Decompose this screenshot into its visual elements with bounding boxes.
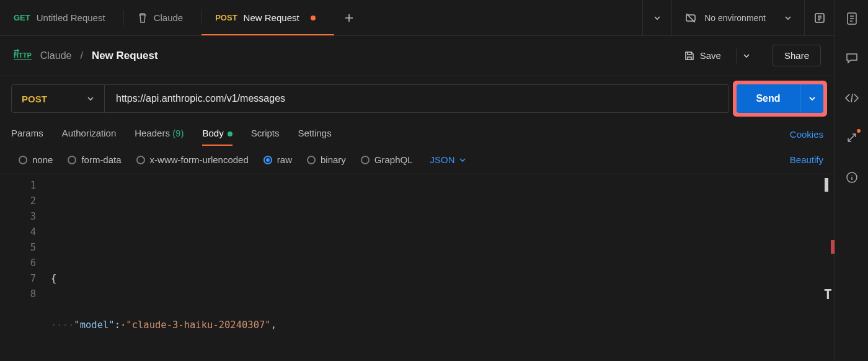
tab-claude[interactable]: Claude [124,0,202,35]
trash-icon [138,12,148,24]
cookies-link[interactable]: Cookies [790,129,823,140]
save-button[interactable]: Save [678,47,727,65]
radio-urlencoded[interactable]: x-www-form-urlencoded [136,154,249,165]
documentation-icon[interactable] [844,11,859,26]
tab-new-request[interactable]: POST New Request [202,0,334,35]
tab-settings[interactable]: Settings [298,123,332,146]
tab-untitled-request[interactable]: GET Untitled Request [0,0,124,35]
environment-selector[interactable]: No environment [672,0,805,35]
cursor-icon [825,178,828,192]
breadcrumb-name[interactable]: New Request [92,50,158,62]
tab-scripts[interactable]: Scripts [251,123,280,146]
send-label: Send [737,93,800,104]
radio-binary[interactable]: binary [307,154,346,165]
send-options-button[interactable] [800,84,823,113]
unsaved-dot-icon [311,16,316,20]
body-label: Body [202,128,223,138]
radio-icon [136,156,145,164]
body-has-content-icon [228,131,232,136]
url-row: POST Send [0,76,835,117]
radio-form-data[interactable]: form-data [68,154,121,165]
body-type-row: none form-data x-www-form-urlencoded raw… [0,146,835,174]
radio-icon [68,156,76,164]
method-select[interactable]: POST [12,85,105,112]
code-icon[interactable] [844,91,859,105]
beautify-button[interactable]: Beautify [790,154,823,165]
breadcrumb-bar: ⇄HTTP Claude / New Request Save Share [0,36,835,76]
method-badge: POST [215,13,237,22]
radio-none[interactable]: none [19,154,53,165]
save-options-button[interactable] [736,48,756,63]
body-format-select[interactable]: JSON [430,154,466,165]
radio-icon [361,156,370,164]
environment-quicklook-button[interactable] [805,0,835,35]
notification-dot-icon [857,129,861,133]
radio-icon [19,156,27,164]
tabs-right-group: No environment [642,0,835,35]
radio-graphql[interactable]: GraphQL [361,154,413,165]
tabs-bar: GET Untitled Request Claude POST New Req… [0,0,835,36]
tab-params[interactable]: Params [11,123,43,146]
request-section-tabs: Params Authorization Headers (9) Body Sc… [0,117,835,146]
right-sidebar [835,0,868,361]
radio-icon [264,156,272,164]
tab-title: Claude [154,12,184,23]
method-value: POST [22,94,47,104]
radio-raw[interactable]: raw [264,154,292,165]
caret-end-icon: T [824,287,832,302]
send-button-highlight: Send [737,84,823,113]
chevron-down-icon [784,14,792,22]
info-icon[interactable] [844,170,859,185]
url-box: POST [11,84,729,113]
related-icon[interactable] [844,130,859,145]
line-gutter: 12345678 [0,174,45,361]
http-icon: ⇄HTTP [14,51,32,60]
share-button[interactable]: Share [773,45,821,66]
headers-label: Headers [135,128,170,138]
tab-authorization[interactable]: Authorization [62,123,117,146]
error-marker-icon [831,240,835,254]
url-input[interactable] [105,85,728,112]
comments-icon[interactable] [844,51,859,66]
save-icon [684,50,695,61]
main-panel: GET Untitled Request Claude POST New Req… [0,0,835,361]
tab-body[interactable]: Body [202,123,232,146]
add-tab-button[interactable] [334,0,364,35]
send-button[interactable]: Send [737,84,823,113]
environment-label: No environment [704,13,766,23]
breadcrumb-folder[interactable]: Claude [40,50,72,61]
tab-headers[interactable]: Headers (9) [135,123,184,146]
no-environment-icon [684,12,697,24]
code-area[interactable]: T { ····"model":·"claude-3-haiku-2024030… [45,174,835,361]
save-label: Save [700,50,721,61]
body-editor[interactable]: 12345678 T { ····"model":·"claude-3-haik… [0,174,835,361]
headers-count: (9) [172,128,184,138]
tab-title: Untitled Request [37,12,105,23]
tab-title: New Request [244,12,299,23]
chevron-down-icon [87,95,94,102]
method-badge: GET [14,13,30,22]
radio-icon [307,156,316,164]
breadcrumb-separator: / [80,50,82,61]
tabs-overflow-button[interactable] [642,0,672,35]
